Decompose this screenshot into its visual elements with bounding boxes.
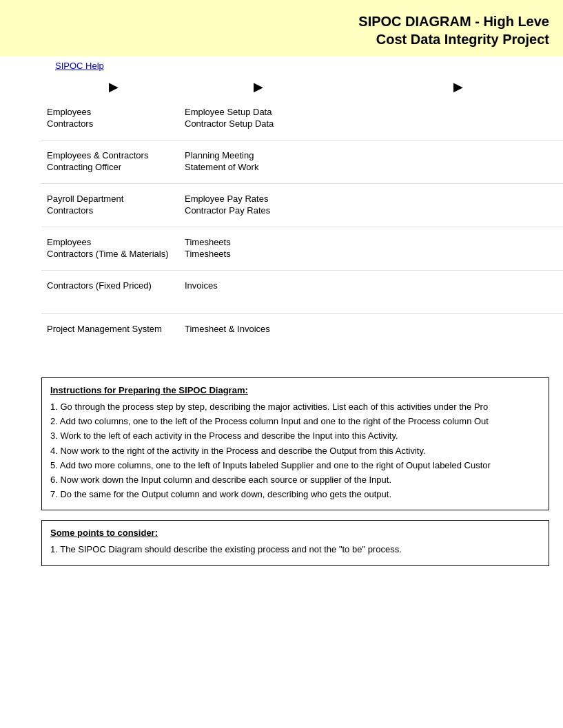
sipoc-table-wrapper: EmployeesContractorsEmployee Setup DataC… — [0, 97, 563, 357]
input-cell: Planning MeetingStatement of Work — [179, 141, 317, 184]
sipoc-help-row: SIPOC Help — [0, 56, 563, 74]
process-cell — [317, 314, 413, 357]
arrow-2: ▶ — [186, 79, 331, 94]
process-cell — [317, 271, 413, 314]
instruction-item: 1. Go through the process step by step, … — [50, 401, 540, 413]
instruction-item: 2. Add two columns, one to the left of t… — [50, 415, 540, 428]
point-item: 1. The SIPOC Diagram should describe the… — [50, 543, 540, 556]
output-cell — [413, 184, 510, 227]
arrow-3: ▶ — [386, 79, 531, 94]
customer-cell — [510, 97, 563, 141]
supplier-cell: Employees & ContractorsContracting Offic… — [41, 141, 179, 184]
process-cell — [317, 184, 413, 227]
instruction-item: 5. Add two more columns, one to the left… — [50, 459, 540, 472]
header-bar: SIPOC DIAGRAM - High Leve Cost Data Inte… — [0, 0, 563, 56]
table-row: EmployeesContractors (Time & Materials)T… — [41, 227, 563, 271]
input-cell: TimesheetsTimesheets — [179, 227, 317, 271]
input-cell: Employee Pay RatesContractor Pay Rates — [179, 184, 317, 227]
customer-cell — [510, 184, 563, 227]
instruction-item: 6. Now work down the Input column and de… — [50, 474, 540, 486]
supplier-cell: EmployeesContractors (Time & Materials) — [41, 227, 179, 271]
points-title: Some points to consider: — [50, 528, 540, 538]
supplier-cell: Payroll DepartmentContractors — [41, 184, 179, 227]
output-cell — [413, 271, 510, 314]
input-cell: Timesheet & Invoices — [179, 314, 317, 357]
process-cell — [317, 97, 413, 141]
sipoc-table: EmployeesContractorsEmployee Setup DataC… — [41, 97, 563, 357]
sipoc-help-link[interactable]: SIPOC Help — [55, 61, 104, 71]
instructions-section: Instructions for Preparing the SIPOC Dia… — [41, 377, 549, 510]
input-cell: Employee Setup DataContractor Setup Data — [179, 97, 317, 141]
instruction-item: 7. Do the same for the Output column and… — [50, 488, 540, 501]
header-title: SIPOC DIAGRAM - High Leve Cost Data Inte… — [358, 12, 549, 48]
process-cell — [317, 141, 413, 184]
table-row: Employees & ContractorsContracting Offic… — [41, 141, 563, 184]
table-row: Payroll DepartmentContractorsEmployee Pa… — [41, 184, 563, 227]
table-row: EmployeesContractorsEmployee Setup DataC… — [41, 97, 563, 141]
table-row: Project Management SystemTimesheet & Inv… — [41, 314, 563, 357]
supplier-cell: Project Management System — [41, 314, 179, 357]
input-cell: Invoices — [179, 271, 317, 314]
output-cell — [413, 314, 510, 357]
instruction-item: 3. Work to the left of each activity in … — [50, 430, 540, 442]
output-cell — [413, 227, 510, 271]
instruction-item: 4. Now work to the right of the activity… — [50, 445, 540, 457]
customer-cell — [510, 271, 563, 314]
table-row: Contractors (Fixed Priced)Invoices — [41, 271, 563, 314]
customer-cell — [510, 227, 563, 271]
instructions-title: Instructions for Preparing the SIPOC Dia… — [50, 385, 540, 395]
output-cell — [413, 141, 510, 184]
points-list: 1. The SIPOC Diagram should describe the… — [50, 543, 540, 556]
supplier-cell: EmployeesContractors — [41, 97, 179, 141]
instructions-list: 1. Go through the process step by step, … — [50, 401, 540, 501]
customer-cell — [510, 314, 563, 357]
arrows-row: ▶ ▶ ▶ — [41, 74, 563, 97]
points-section: Some points to consider: 1. The SIPOC Di… — [41, 520, 549, 565]
output-cell — [413, 97, 510, 141]
arrow-1: ▶ — [41, 79, 186, 94]
process-cell — [317, 227, 413, 271]
customer-cell — [510, 141, 563, 184]
supplier-cell: Contractors (Fixed Priced) — [41, 271, 179, 314]
